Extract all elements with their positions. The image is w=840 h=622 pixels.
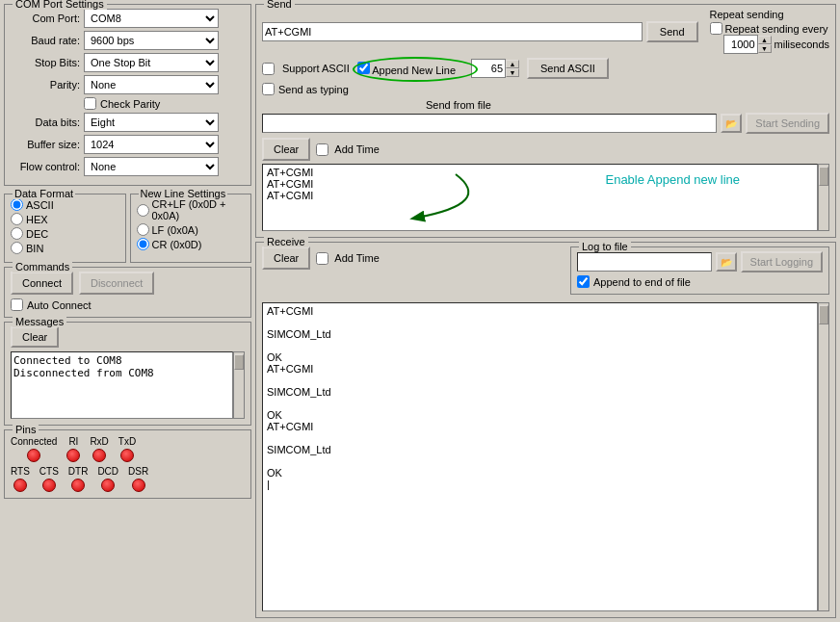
messages-title: Messages xyxy=(13,316,66,327)
commands-title: Commands xyxy=(13,261,72,272)
receive-line: OK xyxy=(267,409,813,421)
pin-txd-led xyxy=(120,449,134,462)
messages-clear-button[interactable]: Clear xyxy=(11,326,59,348)
stop-bits-select[interactable]: One Stop Bit xyxy=(84,53,219,72)
receive-title: Receive xyxy=(264,236,308,247)
support-ascii-label: Support ASCII xyxy=(282,63,350,74)
ascii-up[interactable]: ▲ xyxy=(506,60,519,68)
stop-bits-label: Stop Bits: xyxy=(11,57,80,68)
pin-connected-led xyxy=(27,449,40,462)
pin-rts-led xyxy=(13,479,27,492)
send-as-typing-checkbox[interactable] xyxy=(262,83,275,95)
receive-line: OK xyxy=(267,467,813,479)
new-line-settings-group: New Line Settings CR+LF (0x0D + 0x0A) LF… xyxy=(130,194,252,263)
receive-log-scrollbar[interactable] xyxy=(818,302,829,611)
auto-connect-label: Auto Connect xyxy=(27,299,92,311)
baud-rate-select[interactable]: 9600 bps xyxy=(84,31,219,50)
send-log-line3: AT+CGMI xyxy=(267,190,813,201)
send-file-browse-btn[interactable]: 📂 xyxy=(721,114,742,133)
data-bits-select[interactable]: Eight xyxy=(84,113,219,132)
nl-cr-label: CR (0x0D) xyxy=(152,239,202,250)
parity-select[interactable]: None xyxy=(84,75,219,94)
check-parity-label: Check Parity xyxy=(100,98,160,110)
log-file-input xyxy=(577,252,712,272)
receive-add-time-label: Add Time xyxy=(334,252,379,264)
send-clear-button[interactable]: Clear xyxy=(262,138,310,161)
ascii-down[interactable]: ▼ xyxy=(506,68,519,77)
append-new-line-checkbox[interactable] xyxy=(357,62,370,74)
buffer-size-select[interactable]: 1024 xyxy=(84,135,219,154)
parity-label: Parity: xyxy=(11,79,80,91)
append-end-checkbox[interactable] xyxy=(577,275,590,288)
support-ascii-checkbox[interactable] xyxy=(262,63,275,75)
receive-line xyxy=(267,375,813,386)
pins-group: Pins Connected RI RxD TxD xyxy=(4,429,251,499)
receive-line: AT+CGMI xyxy=(267,363,813,375)
pin-cts: CTS xyxy=(39,466,59,492)
log-file-browse-btn[interactable]: 📂 xyxy=(716,252,737,272)
nl-crlf-label: CR+LF (0x0D + 0x0A) xyxy=(152,198,246,221)
commands-group: Commands Connect Disconnect Auto Connect xyxy=(4,267,251,318)
nl-lf-radio[interactable] xyxy=(137,223,149,236)
send-add-time-checkbox[interactable] xyxy=(316,143,328,156)
repeat-ms-input[interactable] xyxy=(723,35,758,54)
repeat-ms-down[interactable]: ▼ xyxy=(758,44,772,53)
repeat-ms-up[interactable]: ▲ xyxy=(758,36,772,44)
receive-line: AT+CGMI xyxy=(267,305,813,317)
pin-rts: RTS xyxy=(11,466,30,492)
receive-line: AT+CGMI xyxy=(267,421,813,432)
receive-group: Receive Clear Add Time Log to file 📂 S xyxy=(255,242,836,618)
send-ascii-button[interactable]: Send ASCII xyxy=(527,58,609,79)
com-port-select[interactable]: COM8 xyxy=(84,9,219,28)
send-group: Send Send Repeat sending Repeat sending … xyxy=(255,4,836,238)
data-format-dec-label: DEC xyxy=(26,228,48,240)
milliseconds-label: miliseconds xyxy=(774,39,829,50)
receive-log: AT+CGMI SIMCOM_Ltd OK AT+CGMI SIMCOM_Ltd… xyxy=(262,302,818,611)
buffer-size-label: Buffer size: xyxy=(11,139,80,150)
pins-title: Pins xyxy=(13,424,39,435)
data-format-hex-radio[interactable] xyxy=(11,213,23,225)
send-button[interactable]: Send xyxy=(646,21,698,42)
data-format-bin-radio[interactable] xyxy=(11,242,23,254)
data-format-group: Data Format ASCII HEX DEC BIN xyxy=(4,194,126,263)
send-command-input[interactable] xyxy=(262,22,643,41)
append-new-line-label: Append New Line xyxy=(372,65,456,76)
pin-connected: Connected xyxy=(11,436,57,462)
data-format-ascii-radio[interactable] xyxy=(11,198,23,211)
pin-dsr: DSR xyxy=(128,466,148,492)
flow-control-label: Flow control: xyxy=(11,161,80,172)
data-format-dec-radio[interactable] xyxy=(11,227,23,240)
start-logging-button[interactable]: Start Logging xyxy=(741,251,823,272)
append-end-label: Append to end of file xyxy=(593,276,691,288)
nl-lf-label: LF (0x0A) xyxy=(152,224,198,236)
flow-control-select[interactable]: None xyxy=(84,157,219,176)
start-sending-button[interactable]: Start Sending xyxy=(746,113,829,134)
nl-cr-radio[interactable] xyxy=(137,238,149,250)
repeat-sending-checkbox[interactable] xyxy=(710,22,722,35)
ascii-value-input[interactable] xyxy=(471,59,506,78)
receive-add-time-checkbox[interactable] xyxy=(316,252,328,265)
com-port-label: Com Port: xyxy=(11,13,80,24)
pin-ri: RI xyxy=(66,436,80,462)
disconnect-button[interactable]: Disconnect xyxy=(79,272,154,295)
receive-line xyxy=(267,455,813,467)
enable-append-text: Enable Append new line xyxy=(605,172,740,187)
receive-line: SIMCOM_Ltd xyxy=(267,444,813,455)
data-format-title: Data Format xyxy=(13,188,75,199)
connect-button[interactable]: Connect xyxy=(11,272,73,295)
pin-dtr: DTR xyxy=(68,466,89,492)
ascii-value-spinner: ▲ ▼ xyxy=(471,59,519,78)
pin-dcd: DCD xyxy=(97,466,118,492)
check-parity-checkbox[interactable] xyxy=(84,97,96,110)
nl-crlf-radio[interactable] xyxy=(137,204,149,217)
receive-line xyxy=(267,317,813,328)
send-log-scrollbar[interactable] xyxy=(818,164,829,231)
messages-log: Connected to COM8 Disconnected from COM8 xyxy=(11,351,233,419)
repeat-every-label: Repeat sending every xyxy=(725,23,828,35)
baud-rate-label: Baud rate: xyxy=(11,35,80,46)
pin-dcd-led xyxy=(101,479,115,492)
send-from-file-input xyxy=(262,114,717,133)
auto-connect-checkbox[interactable] xyxy=(11,298,23,311)
send-from-file-label: Send from file xyxy=(426,99,491,111)
receive-clear-button[interactable]: Clear xyxy=(262,246,310,270)
